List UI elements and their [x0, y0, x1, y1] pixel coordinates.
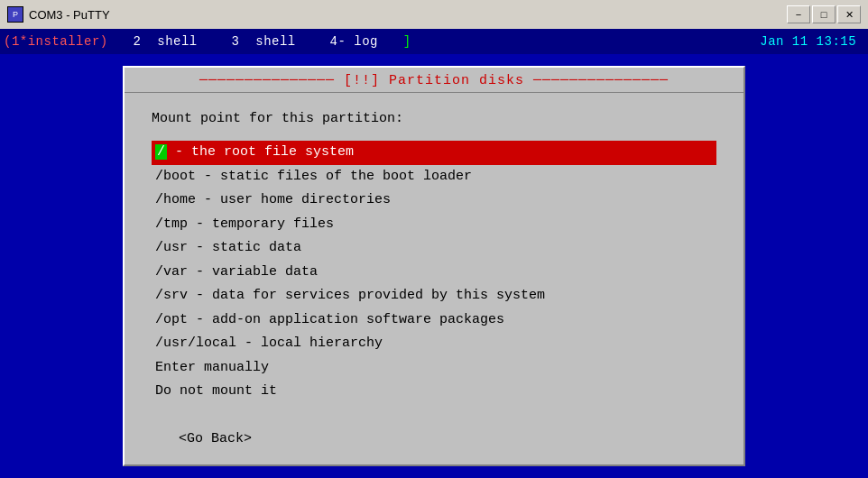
mount-point-list: / - the root file system /boot - static … — [152, 141, 716, 404]
opt-label: /opt - add-on application software packa… — [155, 312, 504, 327]
tab-separator-right: ] — [387, 34, 411, 49]
tmp-label: /tmp - temporary files — [155, 216, 334, 232]
home-label: /home - user home directories — [155, 192, 391, 207]
srv-label: /srv - data for services provided by thi… — [155, 288, 545, 303]
dialog-title-decoration-right: ─────────────── — [533, 73, 669, 88]
dialog-title-decoration-left: ─────────────── — [199, 73, 344, 88]
main-window: P COM3 - PuTTY − □ ✕ (1*installer) 2 she… — [0, 0, 868, 478]
window-title: COM3 - PuTTY — [29, 8, 110, 22]
tab-installer[interactable]: (1*installer) — [4, 34, 108, 49]
title-bar-left: P COM3 - PuTTY — [7, 6, 110, 23]
go-back-button[interactable]: <Go Back> — [179, 431, 252, 446]
root-bullet: / — [155, 144, 167, 160]
menu-item-boot[interactable]: /boot - static files of the boot loader — [152, 165, 716, 189]
var-label: /var - variable data — [155, 264, 318, 280]
usr-local-label: /usr/local - local hierarchy — [155, 336, 383, 351]
dialog-title-bar: ─────────────── [!!] Partition disks ───… — [125, 68, 743, 93]
minimize-button[interactable]: − — [787, 5, 810, 23]
title-bar: P COM3 - PuTTY − □ ✕ — [0, 0, 868, 29]
none-label: Do not mount it — [155, 383, 277, 399]
menu-item-home[interactable]: /home - user home directories — [152, 188, 716, 213]
menu-item-root[interactable]: / - the root file system — [152, 141, 716, 165]
app-icon: P — [7, 6, 23, 23]
window-controls: − □ ✕ — [787, 5, 861, 23]
dialog-title-text: [!!] Partition disks — [344, 73, 524, 88]
dialog-prompt: Mount point for this partition: — [152, 111, 716, 126]
boot-label: /boot - static files of the boot loader — [155, 169, 472, 184]
dialog-footer: <Go Back> — [125, 422, 743, 464]
menu-item-usr[interactable]: /usr - static data — [152, 236, 716, 261]
partition-dialog: ─────────────── [!!] Partition disks ───… — [123, 66, 745, 466]
maximize-button[interactable]: □ — [812, 5, 836, 23]
terminal-area: ─────────────── [!!] Partition disks ───… — [0, 54, 868, 478]
menu-item-usr-local[interactable]: /usr/local - local hierarchy — [152, 332, 716, 356]
tab-log-4[interactable]: 4- log — [314, 34, 378, 49]
tab-bar: (1*installer) 2 shell 3 shell 4- log ] J… — [0, 29, 868, 54]
datetime-display: Jan 11 13:15 — [760, 34, 856, 49]
manual-label: Enter manually — [155, 360, 269, 375]
tab-shell-3[interactable]: 3 shell — [216, 34, 296, 49]
menu-item-none[interactable]: Do not mount it — [152, 380, 716, 404]
usr-label: /usr - static data — [155, 240, 301, 255]
menu-item-tmp[interactable]: /tmp - temporary files — [152, 213, 716, 237]
tab-shell-2[interactable]: 2 shell — [117, 34, 198, 49]
menu-item-var[interactable]: /var - variable data — [152, 261, 716, 285]
menu-item-manual[interactable]: Enter manually — [152, 356, 716, 381]
dialog-body: Mount point for this partition: / - the … — [125, 93, 743, 422]
menu-item-opt[interactable]: /opt - add-on application software packa… — [152, 308, 716, 333]
root-label: - the root file system — [175, 144, 354, 160]
close-button[interactable]: ✕ — [837, 5, 861, 23]
menu-item-srv[interactable]: /srv - data for services provided by thi… — [152, 284, 716, 308]
